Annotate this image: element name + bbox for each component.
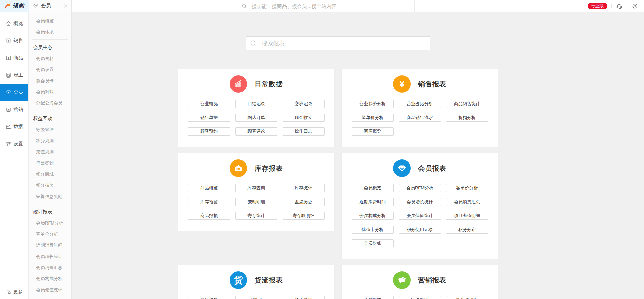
sidebar-item-member[interactable]: 会员 xyxy=(0,84,28,101)
panel-item[interactable]: 会员构成分析 xyxy=(29,273,71,284)
report-button[interactable]: 营业占比分析 xyxy=(399,100,441,108)
panel-item[interactable]: 会员消费汇总 xyxy=(29,262,71,273)
report-button[interactable]: 顾客预约 xyxy=(188,127,230,136)
sidebar-item-data[interactable]: 数据 xyxy=(0,118,28,135)
sidebar-item-goods[interactable]: 商品 xyxy=(0,49,28,66)
report-button[interactable]: 会员消费汇总 xyxy=(446,198,488,206)
report-button[interactable]: 营销概览 xyxy=(352,296,394,299)
panel-divider xyxy=(32,111,68,111)
sidebar-item-settings[interactable]: 设置 xyxy=(0,135,28,152)
report-button[interactable]: 会员概览 xyxy=(352,184,394,192)
panel-item[interactable]: 积分规则 xyxy=(29,135,71,146)
card-header: 库存报表 xyxy=(178,159,334,177)
panel-item[interactable]: 会员RFM分析 xyxy=(29,217,71,229)
gem-icon xyxy=(5,89,12,95)
global-search-input[interactable] xyxy=(252,3,414,9)
report-button[interactable]: 库存预警 xyxy=(188,198,230,206)
panel-item[interactable]: 会员资料 xyxy=(29,53,71,64)
sidebar-item-label: 设置 xyxy=(13,141,23,147)
sidebar-item-overview[interactable]: 概览 xyxy=(0,15,28,32)
headset-icon[interactable] xyxy=(616,3,623,10)
close-icon[interactable] xyxy=(63,4,68,8)
panel-item[interactable]: 积分抽奖 xyxy=(29,180,71,191)
gear-icon[interactable] xyxy=(631,3,638,10)
sidebar-item-sales[interactable]: 销售 xyxy=(0,32,28,49)
id-card-icon xyxy=(5,72,12,78)
report-button[interactable]: 顾客评论 xyxy=(235,127,277,136)
sidebar-item-more[interactable]: 更多 xyxy=(0,287,28,297)
main-area: 日常数据营业概况日结记录交班记录销售单据网店订单现金收支顾客预约顾客评论操作日志… xyxy=(72,12,644,299)
top-bar: 银豹 会员 专业版 xyxy=(0,0,644,12)
report-button[interactable]: 商品销售统计 xyxy=(446,100,488,108)
report-button[interactable]: 会员RFM分析 xyxy=(399,184,441,192)
report-button[interactable]: 营业趋势分析 xyxy=(352,100,394,108)
panel-item[interactable]: 近期消费时间 xyxy=(29,240,71,251)
report-button[interactable]: 采购单 xyxy=(235,296,277,299)
report-button[interactable]: 交班记录 xyxy=(283,100,325,108)
report-button[interactable]: 现金收支 xyxy=(283,114,325,122)
report-button[interactable]: 变动明细 xyxy=(235,198,277,206)
report-button[interactable]: 营业概况 xyxy=(188,100,230,108)
sidebar-item-label: 商品 xyxy=(13,55,23,61)
report-button[interactable]: 寄存统计 xyxy=(235,212,277,220)
report-button[interactable]: 商品报损 xyxy=(188,212,230,220)
sidebar-item-marketing[interactable]: 营销 xyxy=(0,101,28,118)
report-button[interactable]: 笔单价分析 xyxy=(352,114,394,122)
panel-item[interactable]: 等级管理 xyxy=(29,124,71,135)
divider xyxy=(611,4,612,8)
report-button[interactable]: 货流管理 xyxy=(283,296,325,299)
report-search-input[interactable] xyxy=(262,40,430,47)
search-icon xyxy=(250,40,257,47)
panel-item[interactable]: 完善信息奖励 xyxy=(29,191,71,202)
panel-item[interactable]: 会员概览 xyxy=(29,15,71,26)
sidebar-item-label: 员工 xyxy=(13,72,23,78)
card-header: 日常数据 xyxy=(178,75,334,93)
home-icon xyxy=(5,20,12,27)
report-button[interactable]: 项目充值明细 xyxy=(446,212,488,220)
report-button[interactable]: 操作日志 xyxy=(283,127,325,136)
report-button[interactable]: 网店概览 xyxy=(352,127,394,136)
report-button[interactable]: 销售单据 xyxy=(188,114,230,122)
panel-item[interactable]: 微会员卡 xyxy=(29,75,71,86)
panel-item[interactable]: 充值规则 xyxy=(29,146,71,157)
report-button[interactable]: 网店订单 xyxy=(235,114,277,122)
report-button[interactable]: 库存查询 xyxy=(235,184,277,192)
report-button[interactable]: 门店订货 xyxy=(188,296,230,299)
report-button[interactable]: 会员构成分析 xyxy=(352,212,394,220)
card-buttons: 营销概览次卡概况购物卡概况 xyxy=(342,296,498,299)
report-button[interactable]: 客单价分析 xyxy=(446,184,488,192)
report-button[interactable]: 商品销售流水 xyxy=(399,114,441,122)
version-badge[interactable]: 专业版 xyxy=(588,3,607,9)
panel-item[interactable]: 项目充值明细 xyxy=(29,295,71,299)
panel-item[interactable]: 分配公海会员 xyxy=(29,97,71,109)
report-card: 货货流报表门店订货采购单货流管理 xyxy=(178,265,335,299)
report-button[interactable]: 购物卡概况 xyxy=(446,296,488,299)
report-button[interactable]: 盘点历史 xyxy=(283,198,325,206)
report-button[interactable]: 会员增长统计 xyxy=(399,198,441,206)
report-button[interactable]: 会员对账 xyxy=(352,239,394,247)
panel-item[interactable]: 会员增长统计 xyxy=(29,251,71,262)
panel-item[interactable]: 会员体系 xyxy=(29,26,71,37)
report-button[interactable]: 次卡概况 xyxy=(399,296,441,299)
report-button[interactable]: 近期消费时间 xyxy=(352,198,394,206)
report-button[interactable]: 积分使用记录 xyxy=(399,226,441,234)
panel-item[interactable]: 会员设置 xyxy=(29,64,71,75)
panel-item[interactable]: 客单价分析 xyxy=(29,229,71,240)
panel-item[interactable]: 会员对账 xyxy=(29,86,71,97)
stamp-icon xyxy=(5,106,12,113)
report-button[interactable]: 储值卡分析 xyxy=(352,226,394,234)
report-button[interactable]: 商品概览 xyxy=(188,184,230,192)
report-button[interactable]: 折扣分析 xyxy=(446,114,488,122)
report-button[interactable]: 库存统计 xyxy=(283,184,325,192)
panel-item[interactable]: 会员储值统计 xyxy=(29,284,71,295)
report-button[interactable]: 日结记录 xyxy=(235,100,277,108)
report-card: ¥销售报表营业趋势分析营业占比分析商品销售统计笔单价分析商品销售流水折扣分析网店… xyxy=(341,69,498,147)
report-button[interactable]: 积分分布 xyxy=(446,226,488,234)
gem-icon xyxy=(33,3,39,9)
panel-item[interactable]: 每日签到 xyxy=(29,157,71,169)
report-button[interactable]: 会员储值统计 xyxy=(399,212,441,220)
sidebar-item-staff[interactable]: 员工 xyxy=(0,66,28,84)
panel-menu: 会员概览会员体系会员中心会员资料会员设置微会员卡会员对账分配公海会员权益互动等级… xyxy=(29,12,72,299)
panel-item[interactable]: 积分商城 xyxy=(29,169,71,180)
report-button[interactable]: 寄存取明细 xyxy=(283,212,325,220)
